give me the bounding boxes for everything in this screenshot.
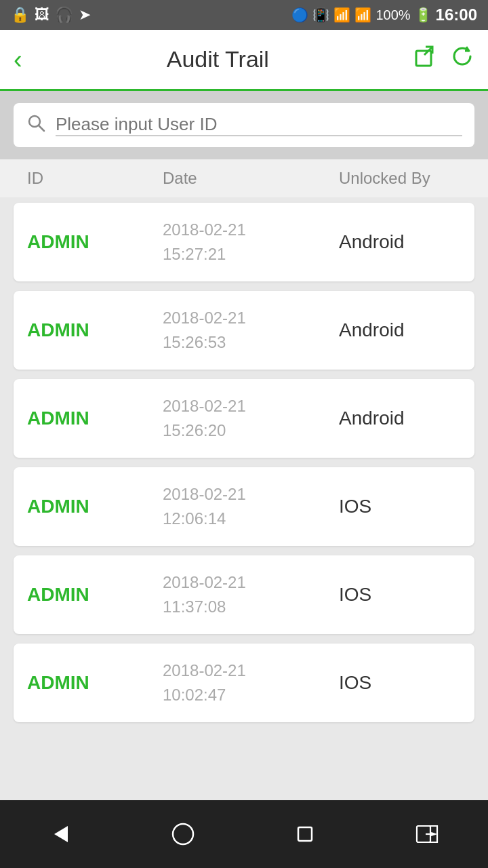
table-header: ID Date Unlocked By [0, 159, 488, 197]
record-unlocked-by: Android [339, 231, 461, 253]
export-icon[interactable] [413, 44, 438, 75]
record-unlocked-by: IOS [339, 584, 461, 606]
table-row[interactable]: ADMIN 2018-02-2110:02:47 IOS [14, 644, 474, 722]
search-input[interactable] [56, 114, 462, 136]
table-row[interactable]: ADMIN 2018-02-2112:06:14 IOS [14, 467, 474, 546]
header: ‹ Audit Trail [0, 30, 488, 91]
record-id: ADMIN [27, 584, 163, 606]
record-date: 2018-02-2111:37:08 [163, 570, 339, 619]
record-date: 2018-02-2115:27:21 [163, 218, 339, 267]
headset-icon: 🎧 [55, 6, 73, 24]
status-time: 16:00 [436, 5, 477, 24]
record-id: ADMIN [27, 672, 163, 694]
record-id: ADMIN [27, 496, 163, 517]
vibrate-icon: 📳 [312, 7, 329, 23]
svg-rect-6 [298, 827, 312, 841]
table-row[interactable]: ADMIN 2018-02-2111:37:08 IOS [14, 555, 474, 634]
table-row[interactable]: ADMIN 2018-02-2115:26:20 Android [14, 379, 474, 458]
record-id: ADMIN [27, 231, 163, 253]
record-date: 2018-02-2115:26:20 [163, 394, 339, 443]
wifi-icon: 📶 [333, 7, 350, 23]
records-list: ADMIN 2018-02-2115:27:21 Android ADMIN 2… [0, 197, 488, 800]
record-id: ADMIN [27, 319, 163, 341]
svg-point-5 [173, 824, 193, 844]
page-title: Audit Trail [167, 46, 269, 73]
column-header-unlocked: Unlocked By [339, 169, 461, 188]
table-row[interactable]: ADMIN 2018-02-2115:27:21 Android [14, 203, 474, 281]
search-icon [26, 113, 46, 138]
status-icons-left: 🔒 🖼 🎧 ➤ [11, 6, 91, 24]
lock-icon: 🔒 [11, 6, 29, 24]
svg-rect-0 [416, 51, 431, 66]
extra-nav-button[interactable] [407, 814, 447, 854]
search-container [0, 91, 488, 159]
back-nav-button[interactable] [41, 814, 81, 854]
header-actions [413, 44, 474, 75]
record-id: ADMIN [27, 408, 163, 429]
column-header-date: Date [163, 169, 339, 188]
record-date: 2018-02-2110:02:47 [163, 658, 339, 707]
svg-line-3 [39, 125, 44, 131]
bluetooth-icon: 🔵 [291, 7, 308, 23]
table-row[interactable]: ADMIN 2018-02-2115:26:53 Android [14, 291, 474, 370]
search-box [14, 103, 474, 147]
column-header-id: ID [27, 169, 163, 188]
signal-icon: 📶 [354, 7, 371, 23]
back-button[interactable]: ‹ [14, 47, 22, 73]
battery-percent: 100% [375, 7, 410, 23]
record-unlocked-by: Android [339, 408, 461, 429]
status-icons-right: 🔵 📳 📶 📶 100% 🔋 16:00 [291, 5, 477, 24]
image-icon: 🖼 [35, 6, 49, 24]
refresh-icon[interactable] [450, 44, 474, 75]
bottom-navigation [0, 800, 488, 868]
status-bar: 🔒 🖼 🎧 ➤ 🔵 📳 📶 📶 100% 🔋 16:00 [0, 0, 488, 30]
record-date: 2018-02-2115:26:53 [163, 306, 339, 355]
record-unlocked-by: Android [339, 319, 461, 341]
battery-icon: 🔋 [415, 7, 432, 23]
home-nav-button[interactable] [163, 814, 203, 854]
record-unlocked-by: IOS [339, 672, 461, 694]
svg-marker-4 [54, 826, 68, 842]
record-date: 2018-02-2112:06:14 [163, 482, 339, 531]
navigation-icon: ➤ [79, 6, 91, 24]
record-unlocked-by: IOS [339, 496, 461, 517]
recents-nav-button[interactable] [285, 814, 325, 854]
